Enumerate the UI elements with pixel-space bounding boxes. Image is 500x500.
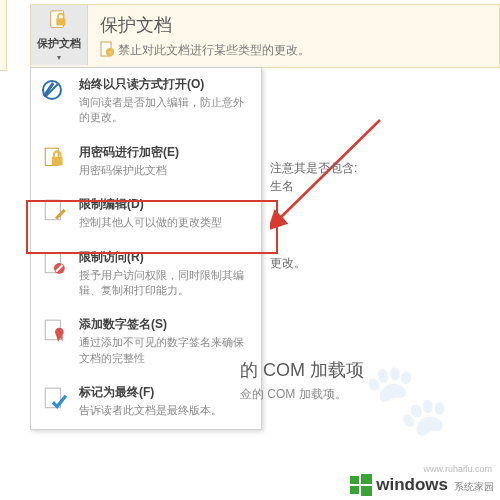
menu-item-desc: 授予用户访问权限，同时限制其编辑、复制和打印能力。 bbox=[79, 268, 253, 299]
menu-item-desc: 询问读者是否加入编辑，防止意外的更改。 bbox=[79, 95, 253, 126]
svg-rect-21 bbox=[350, 476, 359, 484]
svg-rect-9 bbox=[52, 157, 63, 166]
site-watermark: windows 系统家园 bbox=[350, 474, 494, 496]
pencil-prohibit-icon bbox=[39, 76, 71, 126]
lock-icon bbox=[48, 9, 70, 34]
bg-text-3: 更改。 bbox=[270, 255, 306, 272]
menu-item-title: 始终以只读方式打开(O) bbox=[79, 76, 253, 93]
watermark-sub: 系统家园 bbox=[454, 480, 494, 496]
menu-item-desc: 告诉读者此文档是最终版本。 bbox=[79, 403, 253, 418]
banner-subtitle: 禁止对此文档进行某些类型的更改。 bbox=[118, 42, 310, 59]
menu-item-desc: 用密码保护此文档 bbox=[79, 163, 253, 178]
com-addin-sub: 佥的 COM 加载项。 bbox=[240, 386, 347, 403]
bg-text-1: 注意其是否包含: bbox=[270, 160, 357, 177]
lock-icon bbox=[39, 144, 71, 178]
banner-title: 保护文档 bbox=[100, 13, 310, 37]
svg-rect-24 bbox=[361, 486, 372, 496]
menu-item-desc: 通过添加不可见的数字签名来确保文档的完整性 bbox=[79, 335, 253, 366]
protect-document-button[interactable]: 保护文档 ▾ bbox=[31, 5, 88, 65]
bg-text-2: 生名 bbox=[270, 178, 294, 195]
menu-item-title: 添加数字签名(S) bbox=[79, 316, 253, 333]
svg-rect-22 bbox=[361, 474, 372, 484]
menu-item-desc: 控制其他人可以做的更改类型 bbox=[79, 215, 253, 230]
background-watermark-icon: 🐾 bbox=[363, 358, 450, 440]
menu-item-title: 用密码进行加密(E) bbox=[79, 144, 253, 161]
menu-item-mark-final[interactable]: 标记为最终(F) 告诉读者此文档是最终版本。 bbox=[31, 376, 261, 428]
watermark-text: windows bbox=[376, 475, 448, 495]
protect-button-label: 保护文档 bbox=[37, 36, 81, 51]
menu-item-readonly[interactable]: 始终以只读方式打开(O) 询问读者是否加入编辑，防止意外的更改。 bbox=[31, 68, 261, 136]
windows-logo-icon bbox=[350, 474, 372, 496]
com-addin-title: 的 COM 加载项 bbox=[240, 358, 364, 382]
document-pencil-icon bbox=[39, 196, 71, 230]
menu-item-signature[interactable]: 添加数字签名(S) 通过添加不可见的数字签名来确保文档的完整性 bbox=[31, 308, 261, 376]
document-check-icon bbox=[39, 384, 71, 418]
menu-item-title: 标记为最终(F) bbox=[79, 384, 253, 401]
protect-document-banner: 保护文档 ▾ 保护文档 ! 禁止对此文档进行某些类型的更改。 bbox=[30, 4, 500, 68]
protect-document-menu: 始终以只读方式打开(O) 询问读者是否加入编辑，防止意外的更改。 用密码进行加密… bbox=[30, 67, 262, 430]
chevron-down-icon: ▾ bbox=[57, 53, 61, 62]
menu-item-restrict-edit[interactable]: 限制编辑(D) 控制其他人可以做的更改类型 bbox=[31, 188, 261, 240]
menu-item-title: 限制访问(R) bbox=[79, 249, 253, 266]
menu-item-encrypt[interactable]: 用密码进行加密(E) 用密码保护此文档 bbox=[31, 136, 261, 188]
svg-rect-1 bbox=[56, 18, 65, 25]
document-badge-icon bbox=[39, 249, 71, 299]
svg-rect-23 bbox=[350, 486, 359, 494]
menu-item-title: 限制编辑(D) bbox=[79, 196, 253, 213]
document-alert-icon: ! bbox=[100, 41, 114, 60]
watermark-url: www.ruhaifu.com bbox=[423, 464, 492, 474]
menu-item-restrict-access[interactable]: 限制访问(R) 授予用户访问权限，同时限制其编辑、复制和打印能力。 bbox=[31, 241, 261, 309]
svg-point-16 bbox=[55, 328, 64, 337]
ribbon-icon bbox=[39, 316, 71, 366]
